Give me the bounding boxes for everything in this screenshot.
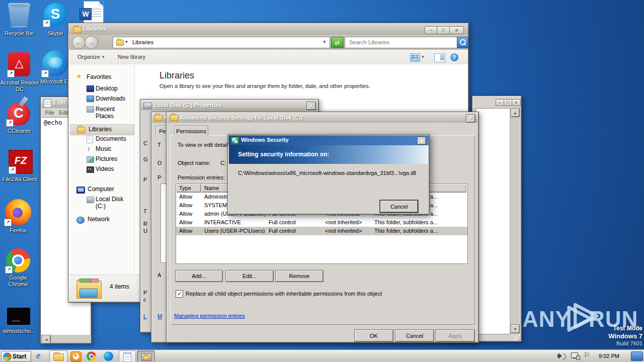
desktop-icon-ccleaner[interactable]: C ↗ CCleaner xyxy=(0,98,38,136)
address-breadcrumb[interactable]: Libraries xyxy=(132,39,153,45)
bg-vscrollbar[interactable]: ▲ ▼ xyxy=(510,108,519,333)
covered-link-fragment[interactable]: M xyxy=(157,313,162,319)
menu-edit[interactable]: Edit xyxy=(59,110,68,116)
remove-button[interactable]: Remove xyxy=(275,270,324,282)
search-button[interactable] xyxy=(457,37,468,48)
sidebar-item-videos[interactable]: Videos xyxy=(96,165,114,172)
sidebar-item-downloads[interactable]: Downloads xyxy=(96,95,125,102)
volume-icon[interactable] xyxy=(557,352,567,359)
start-button[interactable]: Start xyxy=(1,351,31,362)
music-note-icon: ♪ xyxy=(87,145,91,152)
ok-button[interactable]: OK xyxy=(354,329,393,342)
winsec-close-button[interactable]: × xyxy=(417,137,426,145)
action-center-flag-icon[interactable]: ⚐ xyxy=(584,351,590,359)
desktop-icon-word-document[interactable]: W xyxy=(79,0,110,24)
organize-menu[interactable]: Organize xyxy=(77,54,100,60)
properties-titlebar[interactable]: Local Disk (C:) Properties × xyxy=(141,100,318,111)
preview-pane-icon[interactable] xyxy=(434,53,445,62)
taskbar-security-dialog-button[interactable] xyxy=(137,350,155,362)
refresh-button[interactable]: ⇄ xyxy=(331,37,344,48)
bg-minimize-button[interactable]: – xyxy=(496,99,504,106)
menu-file[interactable]: File xyxy=(45,110,54,116)
covered-link-fragment[interactable]: L xyxy=(143,313,146,319)
advsec-close-button[interactable]: × xyxy=(466,114,475,123)
table-row-selected[interactable]: Allow Users (USER-PC\Users) Full control… xyxy=(176,227,467,235)
desktop-icon-label: Firefox xyxy=(0,227,36,234)
bg-maximize-button[interactable]: □ xyxy=(504,99,512,106)
sidebar-group-network[interactable]: Network xyxy=(88,216,110,223)
cancel-button[interactable]: Cancel xyxy=(395,329,434,342)
help-icon[interactable]: ? xyxy=(450,53,458,61)
downloads-icon-small: ↓ xyxy=(87,96,94,102)
scroll-up-icon[interactable]: ▲ xyxy=(514,111,517,115)
covered-text-fragment: A xyxy=(157,272,161,278)
desktop-icon-acrobat[interactable]: △ ↗ Acrobat Reader DC xyxy=(0,50,39,94)
explorer-titlebar[interactable]: Libraries – □ × xyxy=(69,24,468,35)
view-caret-icon[interactable]: ▾ xyxy=(422,54,424,59)
winsec-target-path: C:\Windows\winsxs\x86_microsoft-windows-… xyxy=(238,170,416,176)
edit-button[interactable]: Edit... xyxy=(225,270,274,282)
notepad-hscrollbar[interactable]: ◄ xyxy=(41,335,91,343)
taskbar-explorer-button[interactable] xyxy=(49,350,67,362)
apply-button[interactable]: Apply xyxy=(436,329,475,342)
managing-permission-entries-link[interactable]: Managing permission entries xyxy=(174,313,245,319)
bg-window-content xyxy=(475,108,511,334)
sidebar-group-libraries[interactable]: Libraries xyxy=(89,126,112,133)
background-window[interactable]: – □ × ▲ ▼ xyxy=(472,96,522,342)
back-button[interactable]: ← xyxy=(72,36,86,49)
network-icon[interactable] xyxy=(571,352,580,360)
change-view-icon[interactable] xyxy=(410,53,420,62)
winsec-cancel-button[interactable]: Cancel xyxy=(380,200,418,213)
sidebar-item-recent-places[interactable]: Recent Places xyxy=(96,106,134,120)
firefox-icon: ↗ xyxy=(5,199,31,225)
address-history-caret-icon[interactable]: ▾ xyxy=(323,39,326,44)
sidebar-group-computer[interactable]: Computer xyxy=(88,186,114,193)
libraries-icon-small xyxy=(77,127,86,133)
scroll-down-icon[interactable]: ▼ xyxy=(514,327,517,331)
properties-close-button[interactable]: × xyxy=(306,102,316,110)
new-library-button[interactable]: New library xyxy=(118,54,145,60)
explorer-addressbar-row: ← → ▾ Libraries ▾ ⇄ Search Libraries xyxy=(69,35,468,50)
address-caret-icon[interactable]: ▾ xyxy=(125,39,128,44)
address-field[interactable]: ▾ Libraries ▾ xyxy=(113,37,330,48)
sidebar-item-music[interactable]: Music xyxy=(96,145,111,152)
forward-button[interactable]: → xyxy=(85,36,98,49)
sidebar-item-desktop[interactable]: Desktop xyxy=(96,85,118,92)
taskbar-notepad-button[interactable] xyxy=(119,350,136,362)
scroll-left-icon[interactable]: ◄ xyxy=(45,338,48,341)
minimize-button[interactable]: – xyxy=(425,26,438,34)
search-field[interactable]: Search Libraries xyxy=(345,37,458,48)
desktop-icon-filezilla[interactable]: FZ ↗ FileZilla Client xyxy=(0,149,39,187)
sidebar-item-pictures[interactable]: Pictures xyxy=(96,155,117,162)
shortcut-arrow-icon: ↗ xyxy=(9,166,16,174)
winsec-titlebar[interactable]: Windows Security × xyxy=(228,135,429,145)
column-header-type[interactable]: Type xyxy=(176,184,201,193)
taskbar-clock[interactable]: 9:02 PM xyxy=(599,353,619,359)
advsec-title: Advanced Security Settings for Local Dis… xyxy=(180,115,302,121)
windows-security-dialog[interactable]: Windows Security × Setting security info… xyxy=(227,134,430,215)
desktop-icon-chrome[interactable]: ↗ Google Chrome xyxy=(0,246,36,292)
sidebar-item-documents[interactable]: Documents xyxy=(96,135,126,142)
sidebar-group-favorites[interactable]: Favorites xyxy=(87,73,111,80)
resize-grip[interactable] xyxy=(514,334,520,340)
advsec-titlebar[interactable]: Advanced Security Settings for Local Dis… xyxy=(167,113,478,123)
desktop-icon-firefox[interactable]: ↗ Firefox xyxy=(0,197,36,235)
taskbar-edge-icon[interactable] xyxy=(104,351,113,361)
sidebar-item-local-disk[interactable]: Local Disk (C:) xyxy=(96,196,134,210)
taskbar-chrome-icon[interactable] xyxy=(87,351,96,361)
add-button[interactable]: Add... xyxy=(175,270,223,282)
organize-caret-icon[interactable]: ▾ xyxy=(102,54,105,59)
table-row[interactable]: Allow INTERACTIVE Full control <not inhe… xyxy=(176,218,467,227)
desktop: ANY RUN Test Mode Windows 7 Build 7601 R… xyxy=(0,0,644,362)
desktop-icon-almostscho[interactable]: almostscho... xyxy=(0,306,38,336)
taskbar-ie-icon[interactable]: e xyxy=(36,350,40,361)
close-button[interactable]: × xyxy=(449,26,464,34)
show-desktop-button[interactable] xyxy=(631,351,643,361)
replace-permissions-checkbox[interactable]: ✓ xyxy=(176,290,183,298)
maximize-button[interactable]: □ xyxy=(437,26,450,34)
taskbar-media-player-icon[interactable]: ▶ xyxy=(70,351,82,362)
edge-icon: ↗ xyxy=(42,50,68,76)
bg-close-button[interactable]: × xyxy=(512,99,521,106)
desktop-icon-recycle-bin[interactable]: Recycle Bin xyxy=(0,2,38,37)
tab-permissions[interactable]: Permissions xyxy=(174,126,208,136)
